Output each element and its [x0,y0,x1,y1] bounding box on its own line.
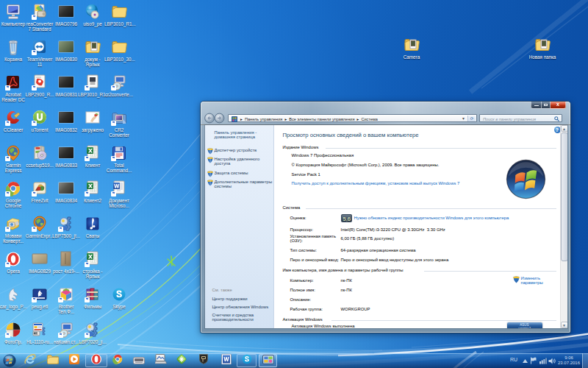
svg-text:5,6: 5,6 [343,216,350,222]
svg-text:ZIP: ZIP [34,333,38,336]
